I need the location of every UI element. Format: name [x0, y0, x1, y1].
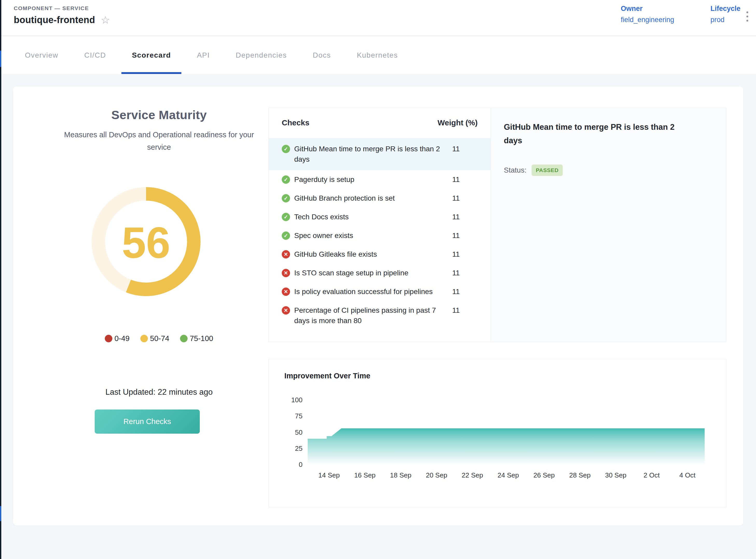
x-axis-tick: 28 Sep	[569, 471, 591, 479]
kebab-menu-icon[interactable]	[744, 9, 750, 24]
check-label: Pagerduty is setup	[294, 174, 452, 185]
x-axis-tick: 30 Sep	[605, 471, 626, 479]
score-value: 56	[122, 218, 170, 267]
check-weight: 11	[452, 230, 483, 241]
legend-dot	[105, 335, 112, 342]
improvement-chart-panel: Improvement Over Time 1007550250 14 Sep1…	[269, 359, 727, 507]
owner-label: Owner	[621, 5, 674, 13]
checks-table: Checks Weight (%) ✓GitHub Mean time to m…	[269, 108, 490, 342]
check-row[interactable]: ✓Spec owner exists11	[269, 226, 490, 245]
left-nav-active-indicator	[0, 51, 1, 67]
check-weight: 11	[452, 144, 483, 154]
check-row[interactable]: ✓GitHub Branch protection is set11	[269, 189, 490, 208]
check-row[interactable]: ✓Tech Docs exists11	[269, 208, 490, 226]
scorecard-subtitle: Measures all DevOps and Operational read…	[53, 129, 266, 153]
legend-label: 0-49	[114, 334, 130, 343]
check-failed-icon: ✕	[282, 306, 290, 315]
check-detail-title: GitHub Mean time to merge PR is less tha…	[504, 120, 683, 148]
score-donut-chart: 56	[92, 187, 201, 296]
check-passed-icon: ✓	[282, 194, 290, 202]
tab-kubernetes[interactable]: Kubernetes	[346, 37, 408, 74]
legend-dot	[180, 335, 188, 342]
check-weight: 11	[452, 212, 483, 222]
check-failed-icon: ✕	[282, 250, 290, 259]
check-row[interactable]: ✓Pagerduty is setup11	[269, 170, 490, 189]
status-badge: PASSED	[532, 164, 563, 176]
page-header: COMPONENT — SERVICE boutique-frontend ☆ …	[0, 0, 756, 36]
check-label: GitHub Mean time to merge PR is less tha…	[294, 144, 452, 164]
x-axis-tick: 24 Sep	[498, 471, 519, 479]
legend-item-75-100: 75-100	[180, 334, 213, 343]
check-detail-panel: GitHub Mean time to merge PR is less tha…	[490, 108, 726, 342]
check-passed-icon: ✓	[282, 175, 290, 184]
breadcrumb: COMPONENT — SERVICE	[14, 5, 89, 12]
lifecycle-label: Lifecycle	[710, 5, 740, 13]
legend-label: 50-74	[150, 334, 169, 343]
legend-dot	[140, 335, 148, 342]
rerun-checks-button[interactable]: Rerun Checks	[95, 409, 200, 434]
legend-label: 75-100	[190, 334, 213, 343]
last-updated-text: Last Updated: 22 minutes ago	[42, 387, 276, 397]
scorecard-card: Service Maturity Measures all DevOps and…	[13, 86, 743, 526]
lifecycle-value: prod	[710, 16, 740, 24]
left-nav-edge	[0, 0, 1, 559]
tab-docs[interactable]: Docs	[302, 37, 341, 74]
check-label: Is policy evaluation successful for pipe…	[294, 287, 452, 297]
check-label: Is STO scan stage setup in pipeline	[294, 268, 452, 278]
content-area: Service Maturity Measures all DevOps and…	[0, 74, 756, 559]
tab-scorecard[interactable]: Scorecard	[121, 37, 181, 74]
check-row[interactable]: ✕Is STO scan stage setup in pipeline11	[269, 264, 490, 282]
check-row[interactable]: ✕Percentage of CI pipelines passing in p…	[269, 301, 490, 330]
check-passed-icon: ✓	[282, 231, 290, 240]
check-row[interactable]: ✕Is policy evaluation successful for pip…	[269, 282, 490, 301]
page-title: boutique-frontend	[14, 15, 95, 25]
status-label: Status:	[504, 166, 526, 174]
check-label: Percentage of CI pipelines passing in pa…	[294, 305, 452, 326]
checks-table-header: Checks Weight (%)	[269, 118, 490, 127]
check-weight: 11	[452, 305, 483, 316]
y-axis-tick: 100	[291, 396, 302, 404]
tab-api[interactable]: API	[186, 37, 220, 74]
y-axis-tick: 25	[295, 445, 302, 452]
y-axis-tick: 75	[295, 412, 302, 420]
check-weight: 11	[452, 174, 483, 185]
y-axis-tick: 0	[299, 461, 302, 468]
favorite-star-icon[interactable]: ☆	[101, 15, 110, 25]
check-failed-icon: ✕	[282, 288, 290, 296]
check-label: GitHub Branch protection is set	[294, 193, 452, 203]
tab-dependencies[interactable]: Dependencies	[226, 37, 297, 74]
owner-link[interactable]: field_engineering	[621, 16, 674, 24]
checks-panel: Checks Weight (%) ✓GitHub Mean time to m…	[269, 108, 727, 342]
x-axis-tick: 20 Sep	[426, 471, 447, 479]
legend-item-0-49: 0-49	[105, 334, 130, 343]
check-label: Tech Docs exists	[294, 212, 452, 222]
check-row[interactable]: ✕GitHub Gitleaks file exists11	[269, 245, 490, 264]
check-label: Spec owner exists	[294, 230, 452, 241]
check-row[interactable]: ✓GitHub Mean time to merge PR is less th…	[269, 138, 490, 170]
scorecard-title: Service Maturity	[42, 108, 276, 122]
scorecard-page: COMPONENT — SERVICE boutique-frontend ☆ …	[0, 0, 756, 559]
check-label: GitHub Gitleaks file exists	[294, 249, 452, 260]
x-axis-tick: 22 Sep	[462, 471, 483, 479]
tab-overview[interactable]: Overview	[15, 37, 69, 74]
x-axis-tick: 2 Oct	[643, 471, 660, 479]
check-weight: 11	[452, 268, 483, 278]
check-passed-icon: ✓	[282, 213, 290, 221]
check-weight: 11	[452, 249, 483, 260]
lifecycle-block: Lifecycle prod	[710, 5, 740, 24]
tab-bar: OverviewCI/CDScorecardAPIDependenciesDoc…	[0, 37, 756, 74]
x-axis-tick: 14 Sep	[318, 471, 340, 479]
score-legend: 0-4950-7475-100	[42, 334, 276, 343]
check-weight: 11	[452, 287, 483, 297]
x-axis-tick: 18 Sep	[390, 471, 411, 479]
weight-column-header: Weight (%)	[438, 118, 478, 127]
x-axis-tick: 26 Sep	[533, 471, 555, 479]
tab-ci-cd[interactable]: CI/CD	[74, 37, 116, 74]
check-failed-icon: ✕	[282, 269, 290, 277]
x-axis-tick: 16 Sep	[354, 471, 375, 479]
owner-block: Owner field_engineering	[621, 5, 674, 24]
left-nav-indicator-2	[0, 506, 1, 521]
check-weight: 11	[452, 193, 483, 203]
check-passed-icon: ✓	[282, 145, 290, 153]
y-axis-tick: 50	[295, 428, 302, 436]
